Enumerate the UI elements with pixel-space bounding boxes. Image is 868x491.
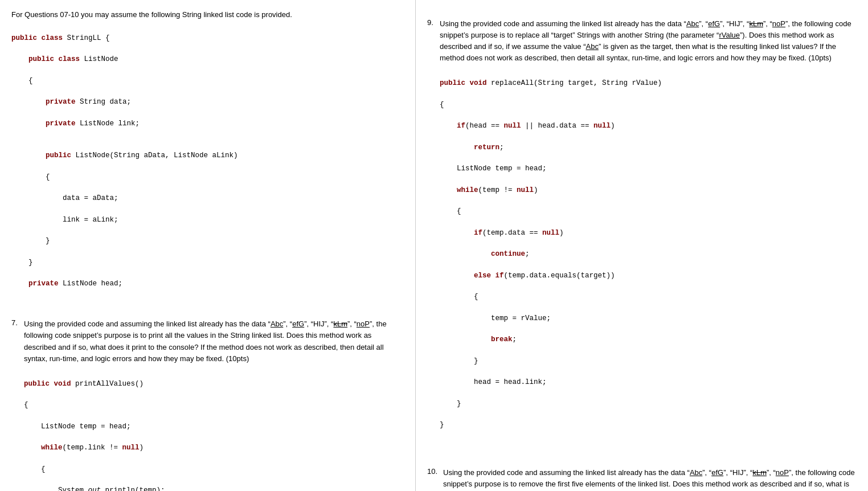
left-panel: For Questions 07-10 you may assume the f… [0,0,416,491]
q9-code: public void replaceAll(String target, St… [440,68,857,452]
q10-row: 10. Using the provided code and assuming… [427,467,857,491]
q7-body: Using the provided code and assuming the… [24,318,404,491]
question-10-block: 10. Using the provided code and assuming… [427,467,857,491]
q7-text: Using the provided code and assuming the… [24,318,404,365]
q10-text: Using the provided code and assuming the… [443,467,857,491]
q7-number: 7. [11,318,24,491]
q7-row: 7. Using the provided code and assuming … [11,318,404,491]
q10-body: Using the provided code and assuming the… [443,467,857,491]
right-panel: 9. Using the provided code and assuming … [416,0,868,491]
q9-number: 9. [427,18,440,455]
q7-code: public void printAllValues() { ListNode … [24,368,404,491]
q9-body: Using the provided code and assuming the… [440,18,857,455]
intro-text: For Questions 07-10 you may assume the f… [11,10,404,19]
class-code: public class StringLL { public class Lis… [11,22,404,310]
q9-row: 9. Using the provided code and assuming … [427,18,857,455]
question-7-block: 7. Using the provided code and assuming … [11,318,404,491]
q9-text: Using the provided code and assuming the… [440,18,857,64]
question-9-block: 9. Using the provided code and assuming … [427,18,857,455]
q10-number: 10. [427,467,443,491]
